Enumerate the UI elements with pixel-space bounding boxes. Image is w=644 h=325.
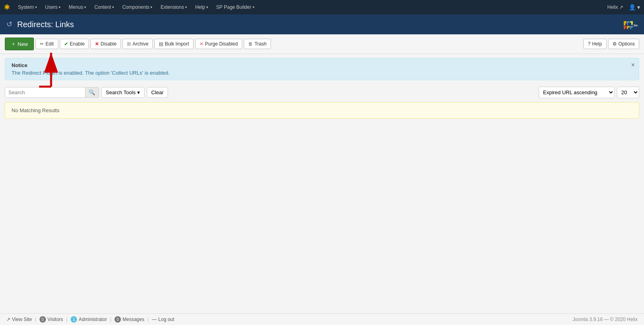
page-size-select[interactable]: 20 5 10 15 25 30 50 100 — [617, 87, 639, 98]
page-title: Redirects: Links — [17, 20, 622, 29]
purge-icon: ✕ — [200, 41, 203, 47]
chevron-down-icon: ▾ — [84, 5, 86, 9]
chevron-down-icon: ▾ — [150, 5, 152, 9]
nav-system[interactable]: System ▾ — [15, 0, 40, 14]
nav-help[interactable]: Help ▾ — [192, 0, 211, 14]
options-button[interactable]: ⚙ Options — [608, 39, 639, 49]
helix-link[interactable]: Helix ↗ — [607, 4, 623, 10]
edit-icon: ✏ — [40, 41, 44, 47]
bulk-import-button[interactable]: ▤ Bulk Import — [154, 39, 194, 49]
search-tools-button[interactable]: Search Tools ▾ — [101, 87, 144, 98]
plus-icon: ＋ — [11, 40, 16, 48]
toolbar: ＋ New ✏ Edit ✔ Enable ✖ Disable ⊞ Archiv… — [0, 34, 644, 54]
admin-bar: ↺ Redirects: Links Joomla! — [0, 14, 644, 34]
clear-search-button[interactable]: Clear — [147, 87, 168, 98]
check-icon: ✔ — [64, 41, 68, 47]
archive-icon: ⊞ — [127, 41, 131, 47]
chevron-down-icon: ▾ — [206, 5, 208, 9]
search-bar: 🔍 Search Tools ▾ Clear Expired URL ascen… — [0, 84, 644, 101]
joomla-logo: Joomla! — [622, 18, 638, 30]
svg-text:Joomla!: Joomla! — [633, 24, 638, 27]
chevron-down-icon: ▾ — [112, 5, 114, 9]
import-icon: ▤ — [159, 41, 163, 47]
chevron-down-icon: ▾ — [137, 89, 140, 95]
joomla-brand: Joomla! — [622, 18, 638, 30]
no-results-banner: No Matching Results — [5, 102, 639, 119]
notice-text: The Redirect Plugin is enabled. The opti… — [12, 70, 632, 76]
search-input[interactable] — [5, 87, 85, 97]
gear-icon: ⚙ — [612, 41, 617, 47]
notice-close-button[interactable]: × — [631, 61, 635, 69]
top-navigation: ✱ System ▾ Users ▾ Menus ▾ Content ▾ Com… — [0, 0, 644, 14]
nav-extensions[interactable]: Extensions ▾ — [157, 0, 190, 14]
chevron-down-icon: ▾ — [253, 5, 255, 9]
nav-users[interactable]: Users ▾ — [42, 0, 64, 14]
joomla-asterisk-logo: ✱ — [4, 3, 10, 12]
search-icon: 🔍 — [89, 89, 95, 95]
nav-menus[interactable]: Menus ▾ — [65, 0, 89, 14]
refresh-icon[interactable]: ↺ — [6, 20, 12, 29]
user-menu-icon[interactable]: 👤 ▾ — [629, 4, 640, 10]
new-button[interactable]: ＋ New — [5, 38, 34, 50]
nav-content[interactable]: Content ▾ — [91, 0, 117, 14]
disable-button[interactable]: ✖ Disable — [91, 39, 121, 49]
trash-button[interactable]: 🗑 Trash — [244, 39, 271, 49]
search-input-wrap: 🔍 — [5, 87, 99, 98]
notice-banner: Notice The Redirect Plugin is enabled. T… — [5, 58, 639, 80]
chevron-down-icon: ▾ — [185, 5, 187, 9]
purge-disabled-button[interactable]: ✕ Purge Disabled — [195, 39, 242, 49]
edit-button[interactable]: ✏ Edit — [36, 39, 58, 49]
trash-icon: 🗑 — [248, 41, 253, 47]
chevron-down-icon: ▾ — [59, 5, 61, 9]
archive-button[interactable]: ⊞ Archive — [122, 39, 153, 49]
nav-sp-page-builder[interactable]: SP Page Builder ▾ — [213, 0, 258, 14]
notice-title: Notice — [12, 62, 632, 68]
help-icon: ? — [588, 41, 591, 47]
search-submit-button[interactable]: 🔍 — [85, 87, 99, 97]
chevron-down-icon: ▾ — [35, 5, 37, 9]
help-button[interactable]: ? Help — [583, 39, 606, 49]
sort-select[interactable]: Expired URL ascending Expired URL descen… — [539, 87, 614, 98]
enable-button[interactable]: ✔ Enable — [60, 39, 89, 49]
nav-components[interactable]: Components ▾ — [119, 0, 156, 14]
x-circle-icon: ✖ — [95, 41, 99, 47]
